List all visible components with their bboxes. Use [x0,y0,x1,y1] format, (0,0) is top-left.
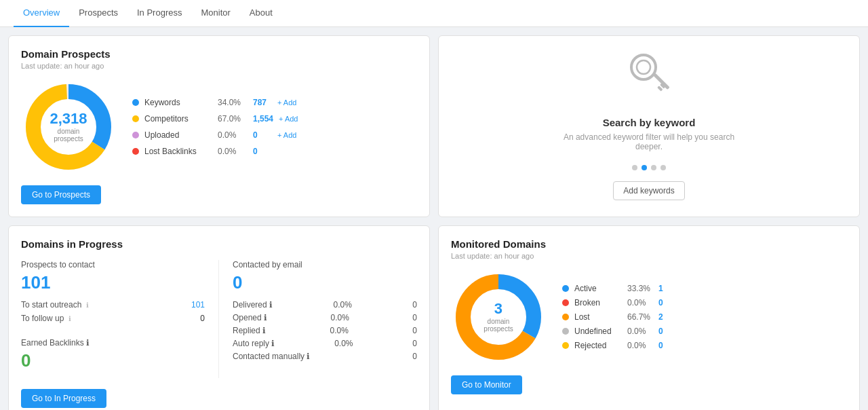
domains-in-progress-title: Domains in Progress [21,238,417,250]
go-to-in-progress-button[interactable]: Go to In Progress [21,389,106,408]
donut-label: domainprospects [50,128,87,143]
legend-row-lostbacklinks: Lost Backlinks 0.0% 0 [132,147,298,156]
keywords-add[interactable]: + Add [277,98,296,107]
keywords-pct: 34.0% [218,98,248,107]
svg-point-3 [631,55,656,79]
info-icon-autoreply: ℹ [271,339,275,348]
keywords-count: 787 [253,98,272,107]
search-keyword-card: Search by keyword An advanced keyword fi… [438,35,860,217]
monitored-donut-total: 3 [484,301,513,316]
legend-row-competitors: Competitors 67.0% 1,554 + Add [132,114,298,124]
nav-prospects[interactable]: Prospects [69,0,127,27]
rejected-dot [562,342,569,349]
replied-pct: 0.0% [330,326,348,335]
start-outreach-val: 101 [191,300,205,310]
contacted-manually-row: Contacted manually ℹ 0 [233,352,417,361]
lostbacklinks-pct: 0.0% [218,147,248,156]
info-icon-opened: ℹ [264,313,267,322]
keywords-label: Keywords [144,98,212,107]
donut-center: 2,318 domainprospects [50,111,87,143]
uploaded-label: Uploaded [144,130,212,140]
broken-label: Broken [574,298,622,308]
mon-undefined: Undefined 0.0% 0 [562,327,663,336]
opened-row: Opened ℹ 0.0% 0 [233,313,417,322]
domain-prospects-title: Domain Prospects [21,48,417,60]
opened-count: 0 [412,313,417,322]
start-outreach-row: To start outreach ℹ 101 [21,300,205,310]
add-keywords-button[interactable]: Add keywords [613,181,684,200]
auto-reply-pct: 0.0% [334,339,353,348]
monitored-domains-card: Monitored Domains Last update: an hour a… [438,225,860,410]
undefined-dot [562,328,569,335]
delivered-count: 0 [412,300,417,310]
uploaded-dot [132,132,139,138]
uploaded-pct: 0.0% [218,130,248,140]
competitors-pct: 67.0% [218,114,248,124]
dot-1 [632,165,637,170]
contacted-manually-count: 0 [412,352,417,361]
active-count: 1 [658,284,663,293]
donut-total: 2,318 [50,111,87,126]
contacted-by-email-count: 0 [233,272,417,293]
broken-dot [562,299,569,306]
legend-row-uploaded: Uploaded 0.0% 0 + Add [132,130,298,140]
earned-backlinks-count: 0 [21,350,205,371]
dashboard: Domain Prospects Last update: an hour ag… [0,27,868,410]
opened-label: Opened ℹ [233,313,267,322]
monitored-donut-label: domainprospects [484,318,513,333]
lostbacklinks-label: Lost Backlinks [144,147,212,156]
delivered-row: Delivered ℹ 0.0% 0 [233,300,417,310]
mon-active: Active 33.3% 1 [562,284,663,293]
start-outreach-label: To start outreach ℹ [21,300,89,310]
dot-2 [642,165,647,170]
contacted-by-email-label: Contacted by email [233,260,417,269]
follow-up-label: To follow up ℹ [21,314,71,323]
nav-inprogress[interactable]: In Progress [127,0,191,27]
mon-broken: Broken 0.0% 0 [562,298,663,308]
monitored-chart-section: 3 domainprospects Active 33.3% 1 Broken … [451,269,847,365]
lost-count: 2 [658,312,663,322]
follow-up-row: To follow up ℹ 0 [21,314,205,323]
nav-monitor[interactable]: Monitor [191,0,239,27]
prospects-contact-count: 101 [21,272,205,293]
domain-prospects-chart-section: 2,318 domainprospects Keywords 34.0% 787… [21,79,417,174]
legend-row-keywords: Keywords 34.0% 787 + Add [132,98,298,107]
dot-3 [651,165,656,170]
info-icon-followup: ℹ [68,315,71,322]
nav-about[interactable]: About [240,0,282,27]
undefined-label: Undefined [574,327,622,336]
lost-dot [562,314,569,320]
delivered-pct: 0.0% [333,300,351,310]
key-icon [629,52,669,107]
nav-overview[interactable]: Overview [14,0,69,27]
svg-rect-5 [653,73,669,90]
keywords-dot [132,99,139,106]
rejected-count: 0 [658,341,663,350]
monitored-donut: 3 domainprospects [451,269,546,365]
uploaded-count: 0 [253,130,272,140]
go-to-prospects-button[interactable]: Go to Prospects [21,185,101,204]
competitors-add[interactable]: + Add [279,115,298,123]
replied-row: Replied ℹ 0.0% 0 [233,326,417,335]
navigation: Overview Prospects In Progress Monitor A… [0,0,868,27]
search-title: Search by keyword [603,117,696,128]
lost-label: Lost [574,312,622,322]
ip-right: Contacted by email 0 Delivered ℹ 0.0% 0 … [219,260,417,378]
active-pct: 33.3% [627,284,653,293]
domain-prospects-subtitle: Last update: an hour ago [21,62,417,70]
lost-backlinks-dot [132,148,139,155]
mon-rejected: Rejected 0.0% 0 [562,341,663,350]
ip-left: Prospects to contact 101 To start outrea… [21,260,219,378]
info-icon-earned: ℹ [86,338,90,348]
competitors-count: 1,554 [253,114,273,124]
info-icon-outreach: ℹ [86,301,89,309]
active-label: Active [574,284,622,293]
replied-label: Replied ℹ [233,326,266,335]
uploaded-add[interactable]: + Add [277,131,296,139]
svg-point-4 [637,60,650,74]
go-to-monitor-button[interactable]: Go to Monitor [451,375,522,394]
info-icon-manually: ℹ [307,352,310,361]
monitored-donut-center: 3 domainprospects [484,301,513,333]
replied-count: 0 [412,326,417,335]
monitored-legend: Active 33.3% 1 Broken 0.0% 0 Lost 66.7% … [562,284,663,350]
